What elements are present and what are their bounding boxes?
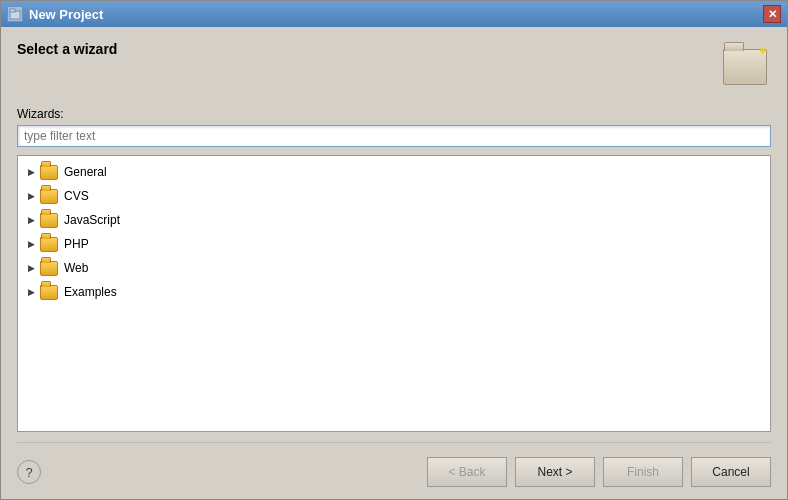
tree-expand-arrow <box>24 261 38 275</box>
new-project-dialog: New Project ✕ Select a wizard ✦ Wizards:… <box>0 0 788 500</box>
close-button[interactable]: ✕ <box>763 5 781 23</box>
filter-input[interactable] <box>17 125 771 147</box>
title-bar: New Project ✕ <box>1 1 787 27</box>
star-icon: ✦ <box>757 43 769 59</box>
list-item[interactable]: CVS <box>18 184 770 208</box>
tree-item-label: JavaScript <box>64 213 120 227</box>
list-item[interactable]: JavaScript <box>18 208 770 232</box>
window-title: New Project <box>29 7 103 22</box>
folder-icon <box>40 189 58 204</box>
list-item[interactable]: General <box>18 160 770 184</box>
title-bar-app-icon <box>7 6 23 22</box>
header-row: Select a wizard ✦ <box>17 41 771 93</box>
navigation-buttons: < Back Next > Finish Cancel <box>427 457 771 487</box>
page-title: Select a wizard <box>17 41 117 57</box>
tree-item-label: CVS <box>64 189 89 203</box>
cancel-button[interactable]: Cancel <box>691 457 771 487</box>
dialog-content: Select a wizard ✦ Wizards: GeneralCVSJav… <box>1 27 787 499</box>
list-item[interactable]: Web <box>18 256 770 280</box>
folder-icon <box>40 237 58 252</box>
finish-button[interactable]: Finish <box>603 457 683 487</box>
tree-expand-arrow <box>24 165 38 179</box>
wizard-icon: ✦ <box>719 41 771 93</box>
tree-item-label: General <box>64 165 107 179</box>
tree-expand-arrow <box>24 285 38 299</box>
tree-item-label: Web <box>64 261 88 275</box>
wizards-label: Wizards: <box>17 107 771 121</box>
next-button[interactable]: Next > <box>515 457 595 487</box>
divider <box>17 442 771 443</box>
folder-icon <box>40 165 58 180</box>
folder-icon <box>40 285 58 300</box>
tree-item-label: Examples <box>64 285 117 299</box>
back-button[interactable]: < Back <box>427 457 507 487</box>
folder-icon <box>40 261 58 276</box>
tree-item-label: PHP <box>64 237 89 251</box>
title-bar-left: New Project <box>7 6 103 22</box>
wizard-tree[interactable]: GeneralCVSJavaScriptPHPWebExamples <box>17 155 771 432</box>
tree-expand-arrow <box>24 189 38 203</box>
folder-icon <box>40 213 58 228</box>
list-item[interactable]: Examples <box>18 280 770 304</box>
list-item[interactable]: PHP <box>18 232 770 256</box>
tree-expand-arrow <box>24 213 38 227</box>
svg-rect-1 <box>10 9 15 12</box>
tree-expand-arrow <box>24 237 38 251</box>
help-button[interactable]: ? <box>17 460 41 484</box>
button-row: ? < Back Next > Finish Cancel <box>17 453 771 487</box>
